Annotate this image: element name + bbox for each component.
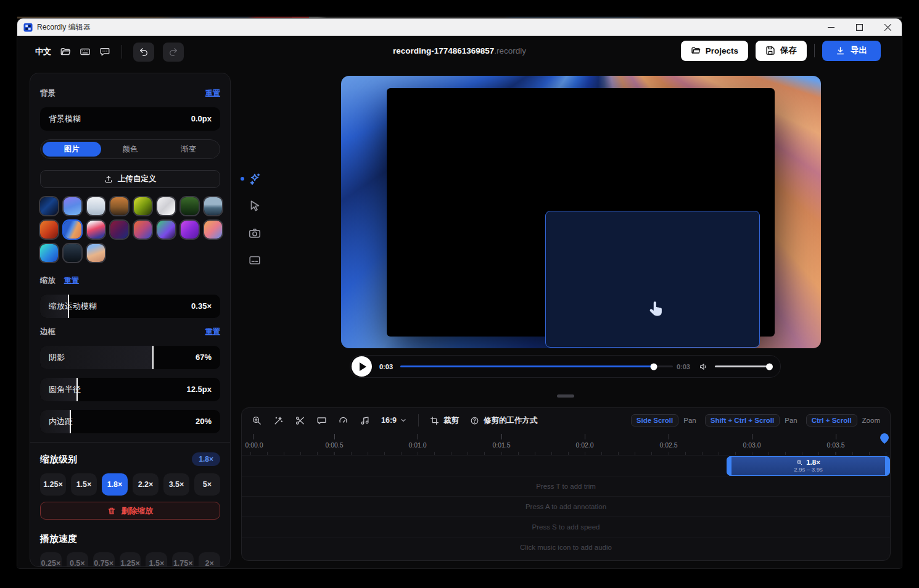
- annotation-bubble-icon[interactable]: [316, 415, 327, 426]
- ruler-label: 0:02.0: [575, 441, 593, 449]
- aspect-ratio-dropdown[interactable]: 16:9: [381, 416, 407, 425]
- seek-thumb[interactable]: [651, 363, 657, 370]
- corner-radius-slider[interactable]: 圆角半径 12.5px: [40, 378, 220, 401]
- music-note-icon[interactable]: [360, 415, 370, 426]
- wallpaper-thumbnail[interactable]: [110, 197, 128, 215]
- ruler-tick: [253, 434, 253, 439]
- speed-option-1-25[interactable]: 1.25×: [120, 552, 141, 567]
- playhead-marker[interactable]: [880, 433, 889, 444]
- wallpaper-thumbnail[interactable]: [157, 221, 175, 239]
- background-section-title: 背景: [40, 88, 56, 99]
- wallpaper-thumbnail[interactable]: [87, 244, 105, 262]
- audio-lane[interactable]: Click music icon to add audio: [242, 537, 890, 557]
- projects-button[interactable]: Projects: [681, 41, 748, 61]
- wallpaper-thumbnail[interactable]: [181, 221, 199, 239]
- wallpaper-thumbnail[interactable]: [87, 221, 105, 239]
- tab-image[interactable]: 图片: [43, 142, 101, 157]
- speed-option-0-5[interactable]: 0.5×: [67, 552, 88, 567]
- speed-gauge-icon[interactable]: [338, 415, 348, 426]
- wallpaper-thumbnail[interactable]: [40, 221, 58, 239]
- zoom-option-5[interactable]: 5×: [194, 473, 220, 496]
- wallpaper-thumbnail[interactable]: [64, 244, 81, 262]
- upload-custom-button[interactable]: 上传自定义: [40, 170, 220, 188]
- crop-button[interactable]: 裁剪: [430, 415, 459, 426]
- save-button[interactable]: 保存: [756, 41, 807, 61]
- maximize-button[interactable]: [845, 18, 873, 36]
- frame-reset-link[interactable]: 重置: [205, 327, 220, 337]
- speed-option-0-75[interactable]: 0.75×: [93, 552, 115, 567]
- zoom-option-1-25[interactable]: 1.25×: [40, 473, 66, 496]
- panel-resize-handle[interactable]: [557, 394, 574, 398]
- ruler-tick: [752, 434, 752, 439]
- window-titlebar: Recordly 编辑器: [17, 18, 902, 36]
- chevron-down-icon: [400, 417, 407, 424]
- tab-gradient[interactable]: 渐变: [159, 142, 218, 157]
- shortcut-action: Pan: [683, 417, 696, 424]
- background-reset-link[interactable]: 重置: [205, 88, 220, 99]
- wallpaper-thumbnail-selected[interactable]: [64, 221, 81, 239]
- volume-slider[interactable]: [715, 365, 772, 367]
- zoom-region-left-handle[interactable]: [727, 456, 731, 476]
- padding-slider[interactable]: 内边距 20%: [40, 410, 220, 433]
- scissors-icon[interactable]: [295, 415, 305, 426]
- trim-lane[interactable]: Press T to add trim: [242, 476, 890, 496]
- speed-option-2[interactable]: 2×: [199, 552, 220, 567]
- cursor-arrow-icon: [248, 199, 262, 213]
- wallpaper-thumbnail[interactable]: [134, 197, 152, 215]
- wallpaper-thumbnail[interactable]: [40, 197, 58, 215]
- zoom-track-lane[interactable]: 1.8× 2.9s – 3.9s: [242, 455, 890, 476]
- wallpaper-thumbnail[interactable]: [204, 221, 222, 239]
- background-type-tabs: 图片 颜色 渐变: [40, 139, 220, 159]
- wallpaper-thumbnail[interactable]: [134, 221, 152, 239]
- speed-option-0-25[interactable]: 0.25×: [40, 552, 62, 567]
- speed-lane[interactable]: Press S to add speed: [242, 517, 890, 537]
- playback-speed-title: 播放速度: [40, 533, 77, 545]
- upload-icon: [104, 175, 113, 184]
- tab-color[interactable]: 颜色: [101, 142, 160, 157]
- speed-option-1-75[interactable]: 1.75×: [172, 552, 194, 567]
- close-button[interactable]: [873, 18, 902, 36]
- hand-cursor-icon: [645, 299, 667, 321]
- zoom-option-3-5[interactable]: 3.5×: [163, 473, 189, 496]
- play-button[interactable]: [352, 356, 372, 377]
- auto-zoom-tool[interactable]: [241, 165, 273, 192]
- wallpaper-thumbnail[interactable]: [157, 197, 175, 215]
- zoom-region-clip[interactable]: 1.8× 2.9s – 3.9s: [727, 456, 890, 476]
- wallpaper-thumbnail[interactable]: [181, 197, 199, 215]
- zoom-option-1-5[interactable]: 1.5×: [71, 473, 97, 496]
- annotation-lane[interactable]: Press A to add annotation: [242, 496, 890, 517]
- volume-thumb[interactable]: [766, 363, 773, 370]
- background-blur-slider[interactable]: 背景模糊 0.0px: [40, 107, 220, 131]
- wallpaper-thumbnail[interactable]: [110, 221, 128, 239]
- zoom-option-2-2[interactable]: 2.2×: [133, 473, 159, 496]
- slider-value: 67%: [196, 346, 212, 369]
- save-floppy-icon: [765, 46, 775, 55]
- zoom-option-1-8-active[interactable]: 1.8×: [102, 473, 128, 496]
- speed-option-1-5[interactable]: 1.5×: [146, 552, 167, 567]
- zoom-region-right-handle[interactable]: [885, 456, 890, 476]
- captions-tool[interactable]: [241, 247, 273, 274]
- wallpaper-thumbnail[interactable]: [87, 197, 105, 215]
- wallpaper-thumbnail[interactable]: [40, 244, 58, 262]
- timeline-zoom-icon[interactable]: [252, 415, 262, 426]
- timeline-ruler[interactable]: 0:00.0 0:00.5 0:01.0 0:01.5 0:02.0 0:02.…: [242, 433, 890, 455]
- magic-wand-icon[interactable]: [273, 415, 284, 426]
- camera-tool[interactable]: [241, 219, 273, 247]
- shadow-slider[interactable]: 阴影 67%: [40, 346, 220, 369]
- video-preview-canvas[interactable]: [341, 76, 821, 348]
- delete-zoom-button[interactable]: 删除缩放: [40, 502, 220, 520]
- wallpaper-thumbnail[interactable]: [64, 197, 81, 215]
- slider-value: 20%: [196, 410, 212, 433]
- volume-icon[interactable]: [699, 362, 709, 372]
- cursor-tool[interactable]: [241, 192, 273, 219]
- wallpaper-thumbnail[interactable]: [204, 197, 222, 215]
- zoom-reset-link[interactable]: 重置: [64, 276, 79, 286]
- app-logo-icon: [23, 23, 33, 32]
- zoom-motion-blur-slider[interactable]: 缩放运动模糊 0.35×: [40, 295, 220, 318]
- seek-slider[interactable]: [400, 365, 673, 367]
- timeline-toolbar-divider: [418, 414, 419, 427]
- export-button[interactable]: 导出: [822, 41, 881, 61]
- zoom-target-region[interactable]: [545, 211, 760, 348]
- trim-help-button[interactable]: 修剪的工作方式: [470, 415, 538, 426]
- minimize-button[interactable]: [817, 18, 845, 36]
